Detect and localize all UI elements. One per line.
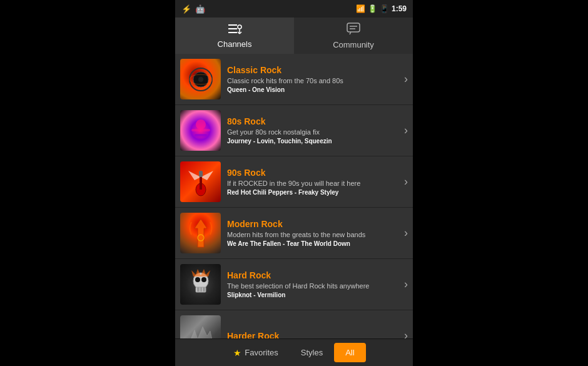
svg-rect-7 [347, 23, 360, 32]
channel-name-classic-rock: Classic Rock [227, 65, 400, 75]
bottom-bar: ★ Favorites Styles All [175, 338, 413, 366]
all-button[interactable]: All [334, 343, 365, 362]
styles-button[interactable]: Styles [290, 343, 334, 362]
tab-bar: Channels Community [175, 18, 413, 54]
star-icon: ★ [233, 348, 241, 358]
channels-tab-label: Channels [218, 39, 252, 49]
usb-icon: ⚡ [181, 4, 191, 14]
channel-arrow-hard-rock: › [404, 278, 408, 291]
channel-item-80s-rock[interactable]: 80s Rock Get your 80s rock nostalgia fix… [175, 105, 413, 156]
channel-desc-modern-rock: Modern hits from the greats to the new b… [227, 230, 400, 239]
channel-desc-90s-rock: If it ROCKED in the 90s you will hear it… [227, 179, 400, 188]
channel-thumb-80s-rock [180, 110, 221, 151]
favorites-button[interactable]: ★ Favorites [222, 343, 289, 363]
all-label: All [345, 348, 354, 357]
styles-label: Styles [301, 348, 323, 357]
channel-name-90s-rock: 90s Rock [227, 168, 400, 178]
svg-point-23 [195, 277, 200, 282]
channel-list: Classic Rock Classic rock hits from the … [175, 54, 413, 338]
channel-thumb-modern-rock [180, 213, 221, 253]
status-icons-left: ⚡ 🤖 [181, 4, 205, 14]
channel-item-modern-rock[interactable]: Modern Rock Modern hits from the greats … [175, 208, 413, 259]
channel-info-harder-rock: Harder Rock [227, 331, 400, 339]
signal-icon: 📱 [380, 4, 389, 13]
channel-info-80s-rock: 80s Rock Get your 80s rock nostalgia fix… [227, 116, 400, 145]
channel-arrow-classic-rock: › [404, 73, 408, 86]
channel-item-classic-rock[interactable]: Classic Rock Classic rock hits from the … [175, 54, 413, 105]
channel-thumb-hard-rock [180, 264, 221, 305]
channel-name-harder-rock: Harder Rock [227, 331, 400, 339]
svg-rect-18 [200, 177, 202, 190]
channel-name-hard-rock: Hard Rock [227, 270, 400, 280]
channel-now-90s-rock: Red Hot Chili Peppers - Freaky Styley [227, 189, 400, 196]
community-icon [346, 22, 361, 39]
phone-container: ⚡ 🤖 📶 🔋 📱 1:59 Channe [175, 0, 413, 366]
android-icon: 🤖 [195, 4, 205, 14]
channel-thumb-classic-rock [180, 59, 221, 99]
status-bar: ⚡ 🤖 📶 🔋 📱 1:59 [175, 0, 413, 18]
channel-arrow-harder-rock: › [404, 329, 408, 338]
svg-rect-15 [191, 129, 210, 131]
battery-icon: 🔋 [368, 4, 377, 13]
channel-info-modern-rock: Modern Rock Modern hits from the greats … [227, 219, 400, 247]
channel-arrow-90s-rock: › [404, 175, 408, 188]
channel-name-modern-rock: Modern Rock [227, 219, 400, 229]
channel-arrow-modern-rock: › [404, 226, 408, 240]
wifi-icon: 📶 [356, 4, 365, 13]
channel-now-classic-rock: Queen - One Vision [227, 86, 400, 93]
tab-community[interactable]: Community [294, 18, 413, 54]
svg-point-14 [196, 119, 206, 130]
channel-arrow-80s-rock: › [404, 124, 408, 137]
status-icons-right: 📶 🔋 📱 1:59 [356, 4, 407, 13]
channel-info-hard-rock: Hard Rock The best selection of Hard Roc… [227, 270, 400, 298]
channel-now-modern-rock: We Are The Fallen - Tear The World Down [227, 240, 400, 247]
svg-point-12 [198, 77, 203, 82]
svg-point-3 [238, 25, 241, 29]
channel-info-90s-rock: 90s Rock If it ROCKED in the 90s you wil… [227, 168, 400, 196]
channel-now-80s-rock: Journey - Lovin, Touchin, Squeezin [227, 138, 400, 145]
channel-info-classic-rock: Classic Rock Classic rock hits from the … [227, 65, 400, 93]
svg-rect-27 [203, 287, 205, 292]
tab-channels[interactable]: Channels [175, 18, 294, 54]
svg-rect-16 [195, 134, 207, 136]
svg-rect-19 [199, 171, 203, 177]
channel-thumb-90s-rock [180, 161, 221, 202]
svg-point-24 [201, 277, 206, 282]
community-tab-label: Community [333, 40, 374, 49]
svg-rect-26 [200, 287, 202, 292]
channel-thumb-harder-rock [180, 315, 221, 338]
favorites-label: Favorites [245, 348, 278, 357]
time-display: 1:59 [392, 4, 407, 13]
channel-desc-classic-rock: Classic rock hits from the 70s and 80s [227, 76, 400, 85]
channels-icon [227, 23, 242, 38]
channel-item-harder-rock[interactable]: Harder Rock › [175, 310, 413, 338]
channel-name-80s-rock: 80s Rock [227, 116, 400, 126]
channel-item-hard-rock[interactable]: Hard Rock The best selection of Hard Roc… [175, 259, 413, 310]
channel-now-hard-rock: Slipknot - Vermilion [227, 292, 400, 298]
channel-item-90s-rock[interactable]: 90s Rock If it ROCKED in the 90s you wil… [175, 156, 413, 208]
channel-desc-hard-rock: The best selection of Hard Rock hits any… [227, 282, 400, 290]
svg-rect-25 [197, 287, 200, 292]
channel-desc-80s-rock: Get your 80s rock nostalgia fix [227, 128, 400, 136]
